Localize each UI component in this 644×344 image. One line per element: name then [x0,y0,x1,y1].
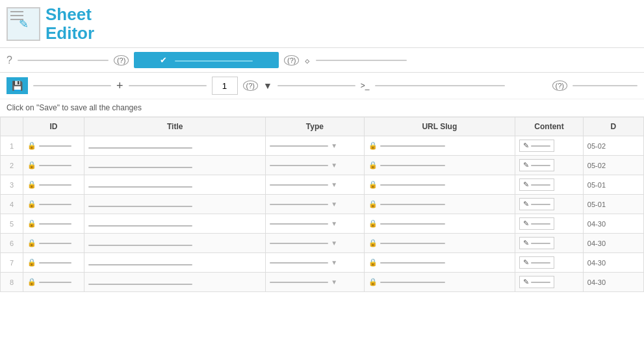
date-value: 04-30 [587,240,606,247]
table-row: 1 🔒 ▼ 🔒 ✎ 05-0 [1,136,644,156]
chevron-down-icon[interactable]: ▼ [331,142,337,149]
lock-icon: 🔒 [27,258,36,267]
edit-content-button[interactable]: ✎ [519,217,554,230]
cell-content: ✎ [515,175,584,195]
title-value-line [88,147,192,149]
save-button[interactable]: 💾 [6,77,28,94]
cell-id: 🔒 [23,175,84,195]
cell-title[interactable] [84,214,266,234]
chevron-down-icon[interactable]: ▼ [331,259,337,266]
check-button[interactable]: ✔ [134,52,279,68]
cell-id: 🔒 [23,136,84,156]
help-badge3[interactable]: (?) [243,80,258,91]
table-row: 6 🔒 ▼ 🔒 ✎ 04-3 [1,234,644,253]
slug-value-line [380,145,445,147]
cell-type: ▼ [266,234,364,253]
chevron-down-icon[interactable]: ▼ [331,220,337,227]
type-value-line [270,165,328,166]
slug-value-line [380,223,445,225]
row-number: 5 [1,214,23,234]
cell-title[interactable] [84,234,266,253]
id-value-line [39,262,71,264]
row-count-input[interactable] [212,77,238,95]
table-row: 5 🔒 ▼ 🔒 ✎ 04-3 [1,214,644,234]
edit-content-button[interactable]: ✎ [519,198,554,210]
help-badge1[interactable]: (?) [114,55,129,66]
cell-title[interactable] [84,175,266,195]
chevron-down-icon[interactable]: ▼ [331,278,337,286]
chevron-down-icon[interactable]: ▼ [331,201,337,208]
cell-content: ✎ [515,156,584,175]
cell-id: 🔒 [23,156,84,175]
edit-content-button[interactable]: ✎ [519,237,554,249]
edit-content-button[interactable]: ✎ [519,159,554,171]
data-table-wrap: ID Title Type URL Slug Content D 1 🔒 ▼ [0,117,644,292]
lock-icon: 🔒 [368,258,378,267]
col-header-slug: URL Slug [364,117,515,136]
lock-icon: 🔒 [368,239,378,247]
type-value-line [270,243,328,244]
chevron-down-icon[interactable]: ▼ [331,181,337,188]
cell-title[interactable] [84,273,266,292]
cell-title[interactable] [84,253,266,273]
cell-title[interactable] [84,156,266,175]
lock-icon: 🔒 [368,141,378,150]
chevron-down-icon[interactable]: ▼ [331,162,337,169]
row-number: 8 [1,273,23,292]
lock-icon: 🔒 [27,180,36,189]
date-value: 04-30 [587,259,606,267]
date-value: 05-02 [587,162,606,169]
table-body: 1 🔒 ▼ 🔒 ✎ 05-0 [1,136,644,292]
cell-type: ▼ [266,195,364,214]
cell-slug: 🔒 [364,234,515,253]
table-row: 2 🔒 ▼ 🔒 ✎ 05-0 [1,156,644,175]
row-number: 6 [1,234,23,253]
id-value-line [39,243,71,244]
lock-icon: 🔒 [27,200,36,208]
title-value-line [88,206,192,207]
row-number: 2 [1,156,23,175]
separator-line5 [277,85,355,86]
edit-content-button[interactable]: ✎ [519,276,554,288]
cell-title[interactable] [84,136,266,156]
row-number: 1 [1,136,23,156]
lock-icon: 🔒 [368,200,378,208]
arrow-icon[interactable]: ⬦ [304,55,311,66]
add-row-button[interactable]: + [116,79,123,93]
filter-icon[interactable]: ▼ [263,80,272,91]
cell-date: 05-01 [583,175,643,195]
lock-icon: 🔒 [368,219,378,228]
table-header: ID Title Type URL Slug Content D [1,117,644,136]
id-value-line [39,223,71,225]
help-icon[interactable]: ? [6,55,12,66]
chevron-down-icon[interactable]: ▼ [331,240,337,247]
row-number: 7 [1,253,23,273]
edit-content-button[interactable]: ✎ [519,256,554,269]
type-value-line [270,184,328,186]
date-value: 04-30 [587,278,606,286]
cell-type: ▼ [266,136,364,156]
row-number: 3 [1,175,23,195]
cell-slug: 🔒 [364,214,515,234]
slug-value-line [380,184,445,186]
lock-icon: 🔒 [368,278,378,286]
cell-title[interactable] [84,195,266,214]
edit-content-button[interactable]: ✎ [519,140,554,152]
lock-icon: 🔒 [27,239,36,247]
lock-icon: 🔒 [27,141,36,150]
edit-content-button[interactable]: ✎ [519,178,554,191]
cell-slug: 🔒 [364,175,515,195]
col-header-date: D [583,117,643,136]
type-value-line [270,282,328,283]
separator-line4 [129,85,207,86]
help-badge2[interactable]: (?) [284,55,299,66]
save-info: Click on "Save" to save all the changes [0,99,644,117]
lock-icon: 🔒 [368,180,378,189]
title-value-line [88,186,192,188]
cell-date: 05-02 [583,156,643,175]
id-value-line [39,282,71,283]
help-badge4[interactable]: (?) [552,80,567,91]
date-value: 05-01 [587,201,606,208]
slug-value-line [380,282,445,283]
code-icon[interactable]: >_ [361,81,370,90]
